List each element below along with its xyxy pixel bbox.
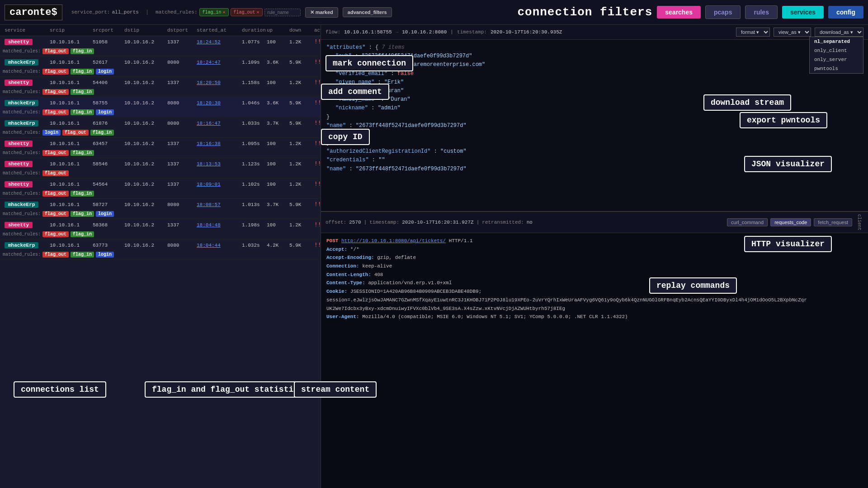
service-name: sheetty: [5, 181, 33, 188]
cell-dstport: 1337: [165, 38, 195, 46]
tag-flag-out-remove[interactable]: ✕: [257, 9, 259, 15]
dl-nl-separated[interactable]: nl_separated: [810, 37, 863, 46]
alert-icon[interactable]: !!: [314, 59, 321, 66]
cell-started-at[interactable]: 18:16:47: [195, 120, 240, 127]
pcaps-nav-button[interactable]: pcaps: [705, 5, 741, 19]
cell-started-at[interactable]: 18:09:01: [195, 181, 240, 188]
cell-started-at[interactable]: 18:20:50: [195, 79, 240, 86]
alert-icon[interactable]: !!: [314, 181, 321, 188]
connection-time-link[interactable]: 18:09:01: [197, 182, 221, 187]
cell-dstport: 1337: [165, 181, 195, 188]
table-row[interactable]: sheetty 10.10.16.1 54406 10.10.16.2 1337…: [0, 77, 321, 97]
http-toolbar: offset: 2570 | timestamp: 2020-10-17T16:…: [321, 212, 868, 233]
tag-flag-out[interactable]: flag_out ✕: [231, 8, 263, 16]
cell-duration: 1.123s: [240, 160, 265, 168]
service-port-value: all_ports: [112, 9, 138, 15]
cell-started-at[interactable]: 18:04:48: [195, 221, 240, 229]
table-row[interactable]: mhackeErp 10.10.16.1 63773 10.10.16.2 80…: [0, 239, 321, 260]
connection-time-link[interactable]: 18:04:48: [197, 222, 221, 228]
cell-srcport: 58755: [91, 99, 123, 107]
table-row[interactable]: sheetty 10.10.16.1 54564 10.10.16.2 1337…: [0, 178, 321, 199]
table-row[interactable]: sheetty 10.10.16.1 51058 10.10.16.2 1337…: [0, 36, 321, 56]
table-row[interactable]: mhackeErp 10.10.16.1 52617 10.10.16.2 80…: [0, 56, 321, 77]
table-row[interactable]: mhackeErp 10.10.16.1 61876 10.10.16.2 80…: [0, 117, 321, 138]
connection-time-link[interactable]: 18:16:47: [197, 121, 221, 126]
alert-icon[interactable]: !!: [314, 140, 321, 147]
alert-icon[interactable]: !!: [314, 242, 321, 249]
cell-srcip: 10.10.16.1: [48, 38, 91, 46]
connection-time-link[interactable]: 18:08:57: [197, 202, 221, 207]
cell-up: 100: [265, 140, 288, 147]
rule-badge: flag_out: [42, 109, 69, 115]
cell-started-at[interactable]: 18:13:53: [195, 160, 240, 168]
tag-flag-out-label: flag_out: [234, 10, 255, 15]
cell-started-at[interactable]: 18:24:47: [195, 59, 240, 66]
requests-code-button[interactable]: requests_code: [770, 218, 811, 226]
dl-only-client[interactable]: only_client: [810, 46, 863, 55]
http-url[interactable]: http://10.10.16.1:8080/api/tickets/: [341, 238, 446, 244]
cell-duration: 1.032s: [240, 242, 265, 249]
table-row[interactable]: mhackeErp 10.10.16.1 58755 10.10.16.2 80…: [0, 97, 321, 117]
services-nav-button[interactable]: services: [782, 6, 824, 19]
viewas-select[interactable]: view_as ▾: [774, 28, 811, 37]
alert-icon[interactable]: !!: [314, 79, 321, 86]
table-header: service srcip srcport dstip dstport star…: [0, 25, 321, 36]
cell-service: sheetty: [3, 181, 48, 188]
table-row[interactable]: sheetty 10.10.16.1 58546 10.10.16.2 1337…: [0, 158, 321, 178]
downloadas-select[interactable]: download_as ▾: [815, 28, 863, 37]
alert-icon[interactable]: !!: [314, 160, 321, 167]
col-service: service: [3, 27, 48, 34]
searches-nav-button[interactable]: searches: [657, 6, 701, 19]
alert-icon[interactable]: !!: [314, 201, 321, 208]
dl-only-server[interactable]: only_server: [810, 55, 863, 64]
config-nav-button[interactable]: config: [828, 6, 863, 19]
json-nickname: "nickname" : "admin": [335, 104, 863, 113]
cell-srcport: 58368: [91, 221, 123, 229]
cell-started-at[interactable]: 18:20:30: [195, 99, 240, 107]
http-method: POST: [326, 238, 338, 244]
alert-icon[interactable]: !!: [314, 38, 321, 45]
advanced-filters-button[interactable]: advanced_filters: [343, 7, 392, 17]
fetch-request-button[interactable]: fetch_request: [814, 218, 852, 226]
rule-name-input[interactable]: [264, 9, 301, 16]
rule-badge: login: [96, 69, 114, 75]
cell-dstip: 10.10.16.2: [123, 38, 165, 46]
cell-started-at[interactable]: 18:16:38: [195, 140, 240, 147]
cell-dstip: 10.10.16.2: [123, 221, 165, 229]
connection-time-link[interactable]: 18:16:38: [197, 141, 221, 146]
connection-time-link[interactable]: 18:20:30: [197, 100, 221, 106]
tag-flag-in-remove[interactable]: ✕: [223, 9, 226, 15]
rule-badge: login: [96, 211, 114, 217]
connection-time-link[interactable]: 18:13:53: [197, 161, 221, 167]
retrans-label: retransmitted:: [482, 220, 524, 225]
alert-icon[interactable]: !!: [314, 221, 321, 228]
table-row[interactable]: sheetty 10.10.16.1 63457 10.10.16.2 1337…: [0, 138, 321, 158]
table-row[interactable]: sheetty 10.10.16.1 58368 10.10.16.2 1337…: [0, 219, 321, 239]
cell-started-at[interactable]: 18:24:52: [195, 38, 240, 46]
service-name: mhackeErp: [5, 242, 38, 249]
connection-time-link[interactable]: 18:24:52: [197, 39, 221, 45]
download-as-container: download_as ▾ nl_separated only_client o…: [815, 28, 863, 37]
tag-flag-in[interactable]: flag_in ✕: [199, 8, 229, 16]
format-select[interactable]: format ▾: [736, 28, 770, 37]
cell-dstip: 10.10.16.2: [123, 160, 165, 168]
cell-started-at[interactable]: 18:04:44: [195, 242, 240, 249]
rules-nav-button[interactable]: rules: [745, 5, 777, 19]
cell-actions: !! @ #: [312, 58, 321, 66]
cell-up: 100: [265, 79, 288, 86]
cell-started-at[interactable]: 18:08:57: [195, 201, 240, 208]
matched-rules-sublabel: matched_rules:: [3, 49, 41, 54]
rule-badge: login: [96, 252, 114, 258]
dl-pwntools[interactable]: pwntools: [810, 64, 863, 73]
marked-button[interactable]: ✕ marked: [305, 7, 338, 18]
connection-filters-label: connection filters: [517, 5, 652, 19]
connection-time-link[interactable]: 18:04:44: [197, 243, 221, 248]
connection-time-link[interactable]: 18:24:47: [197, 60, 221, 65]
alert-icon[interactable]: !!: [314, 120, 321, 127]
cell-duration: 1.013s: [240, 201, 265, 208]
table-row[interactable]: mhackeErp 10.10.16.1 58727 10.10.16.2 80…: [0, 199, 321, 219]
alert-icon[interactable]: !!: [314, 99, 321, 106]
cell-down: 5.9K: [288, 242, 312, 249]
curl-command-button[interactable]: curl_command: [727, 218, 768, 226]
connection-time-link[interactable]: 18:20:50: [197, 80, 221, 85]
